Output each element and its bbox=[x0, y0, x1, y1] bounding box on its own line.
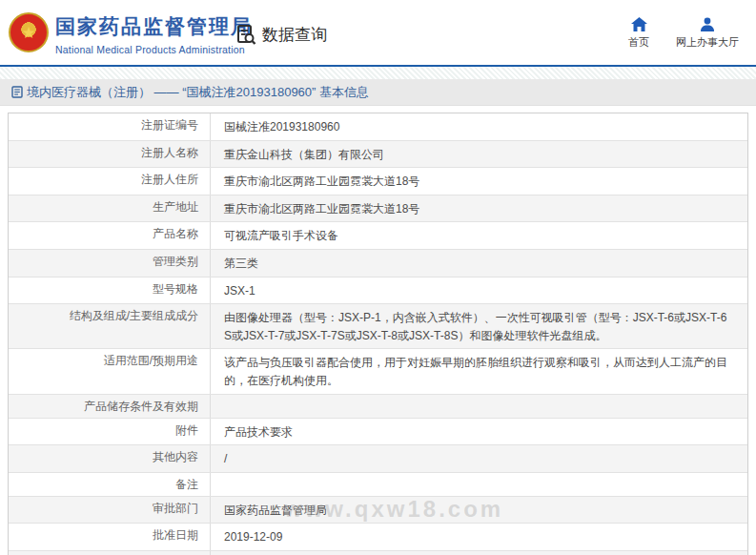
table-row: 注册证编号 国械注准20193180960 bbox=[9, 113, 747, 141]
table-row: 管理类别 第三类 bbox=[9, 250, 747, 278]
row-value: 重庆市渝北区两路工业园霓裳大道18号 bbox=[211, 168, 747, 195]
row-label: 注册人名称 bbox=[9, 141, 211, 168]
row-label-text: 注册人住所 bbox=[141, 173, 198, 187]
table-row: 备注 bbox=[9, 473, 747, 497]
row-label-text: 批准日期 bbox=[153, 528, 198, 543]
row-label-text: 适用范围/预期用途 bbox=[104, 354, 198, 368]
row-label: 型号规格 bbox=[9, 278, 211, 304]
table-row: 产品储存条件及有效期 bbox=[9, 395, 747, 419]
row-value: 第三类 bbox=[211, 250, 747, 277]
row-value: 2019-12-09 bbox=[211, 524, 747, 550]
row-value bbox=[211, 473, 747, 496]
row-label: 其他内容 bbox=[9, 445, 211, 472]
row-label: 注册证编号 bbox=[9, 113, 211, 140]
row-label: 产品名称 bbox=[9, 222, 211, 249]
header: ★ 国家药品监督管理局 National Medical Products Ad… bbox=[0, 0, 756, 67]
row-label-text: 附件 bbox=[175, 423, 198, 438]
row-value: 可视流产吸引手术设备 bbox=[211, 222, 747, 249]
nav-home[interactable]: 首页 bbox=[628, 17, 649, 50]
row-value: 该产品与负压吸引器配合使用，用于对妊娠早期的胚胎组织进行观察和吸引，从而达到人工… bbox=[211, 349, 747, 393]
document-icon bbox=[11, 86, 23, 98]
row-label: 附件 bbox=[9, 419, 211, 445]
nav-service-hall-label: 网上办事大厅 bbox=[676, 35, 739, 50]
breadcrumb: 境内医疗器械（注册） —— “国械注准20193180960” 基本信息 bbox=[11, 84, 369, 101]
row-label: 生效日期 bbox=[9, 551, 211, 555]
row-label-text: 结构及组成/主要组成成分 bbox=[70, 309, 198, 323]
row-label: 注册人住所 bbox=[9, 168, 211, 195]
site-title-block: 国家药品监督管理局 National Medical Products Admi… bbox=[55, 13, 253, 55]
row-value: 重庆市渝北区两路工业园霓裳大道18号 bbox=[211, 195, 747, 222]
top-nav: 首页 网上办事大厅 bbox=[628, 17, 739, 50]
table-row: 适用范围/预期用途 该产品与负压吸引器配合使用，用于对妊娠早期的胚胎组织进行观察… bbox=[9, 349, 747, 394]
document-search-icon bbox=[235, 23, 257, 46]
site-title: 国家药品监督管理局 bbox=[55, 13, 253, 40]
row-label: 批准日期 bbox=[9, 524, 211, 550]
row-label-text: 产品储存条件及有效期 bbox=[84, 400, 198, 414]
table-row: 其他内容 / bbox=[9, 445, 747, 473]
row-label-text: 注册人名称 bbox=[141, 146, 198, 160]
row-label: 管理类别 bbox=[9, 250, 211, 277]
row-value: 国械注准20193180960 bbox=[211, 113, 747, 140]
row-label: 结构及组成/主要组成成分 bbox=[9, 304, 211, 348]
table-row: 注册人住所 重庆市渝北区两路工业园霓裳大道18号 bbox=[9, 168, 747, 195]
row-label-text: 生产地址 bbox=[153, 200, 198, 215]
breadcrumb-text: 境内医疗器械（注册） —— “国械注准20193180960” 基本信息 bbox=[27, 84, 369, 101]
table-row: 型号规格 JSX-1 bbox=[9, 278, 747, 305]
row-value: 产品技术要求 bbox=[211, 419, 747, 445]
row-label-text: 产品名称 bbox=[153, 227, 198, 241]
table-wrap: 注册证编号 国械注准20193180960 注册人名称 重庆金山科技（集团）有限… bbox=[8, 113, 748, 555]
row-label-text: 管理类别 bbox=[153, 255, 198, 269]
home-icon bbox=[631, 17, 647, 31]
nav-home-label: 首页 bbox=[628, 35, 649, 50]
nav-service-hall[interactable]: 网上办事大厅 bbox=[676, 17, 739, 50]
table-row: 批准日期 2019-12-09 bbox=[9, 524, 747, 551]
site-subtitle: National Medical Products Administration bbox=[55, 44, 253, 55]
row-label: 审批部门 bbox=[9, 497, 211, 524]
table-row: 生产地址 重庆市渝北区两路工业园霓裳大道18号 bbox=[9, 195, 747, 223]
table-row: 注册人名称 重庆金山科技（集团）有限公司 bbox=[9, 141, 747, 169]
table-row: 产品名称 可视流产吸引手术设备 bbox=[9, 222, 747, 250]
row-label-text: 型号规格 bbox=[153, 282, 198, 297]
row-label: 产品储存条件及有效期 bbox=[9, 395, 211, 418]
breadcrumb-bar: 境内医疗器械（注册） —— “国械注准20193180960” 基本信息 bbox=[0, 79, 756, 106]
row-label-text: 注册证编号 bbox=[141, 118, 198, 133]
row-value bbox=[211, 395, 747, 418]
row-value bbox=[211, 551, 747, 555]
person-icon bbox=[700, 17, 715, 31]
row-value: / bbox=[211, 445, 747, 472]
table-row: 附件 产品技术要求 bbox=[9, 419, 747, 446]
row-value: 重庆金山科技（集团）有限公司 bbox=[211, 141, 747, 168]
table-row: 审批部门 国家药品监督管理局 bbox=[9, 497, 747, 524]
row-label: 适用范围/预期用途 bbox=[9, 349, 211, 393]
row-value: JSX-1 bbox=[211, 278, 747, 304]
data-query-label: 数据查询 bbox=[262, 24, 327, 46]
row-value: 国家药品监督管理局 bbox=[211, 497, 747, 524]
row-label-text: 其他内容 bbox=[153, 450, 198, 464]
row-label-text: 审批部门 bbox=[153, 502, 198, 516]
table-row: 生效日期 bbox=[9, 551, 747, 555]
data-query-nav[interactable]: 数据查询 bbox=[235, 23, 327, 46]
table-row: 结构及组成/主要组成成分 由图像处理器（型号：JSX-P-1，内含嵌入式软件）、… bbox=[9, 304, 747, 349]
row-value: 由图像处理器（型号：JSX-P-1，内含嵌入式软件）、一次性可视吸引管（型号：J… bbox=[211, 304, 747, 348]
info-table: 注册证编号 国械注准20193180960 注册人名称 重庆金山科技（集团）有限… bbox=[8, 113, 748, 555]
row-label-text: 备注 bbox=[175, 478, 198, 492]
national-emblem-logo: ★ bbox=[9, 12, 49, 52]
row-label: 生产地址 bbox=[9, 195, 211, 222]
row-label: 备注 bbox=[9, 473, 211, 496]
texture-band bbox=[0, 67, 756, 79]
